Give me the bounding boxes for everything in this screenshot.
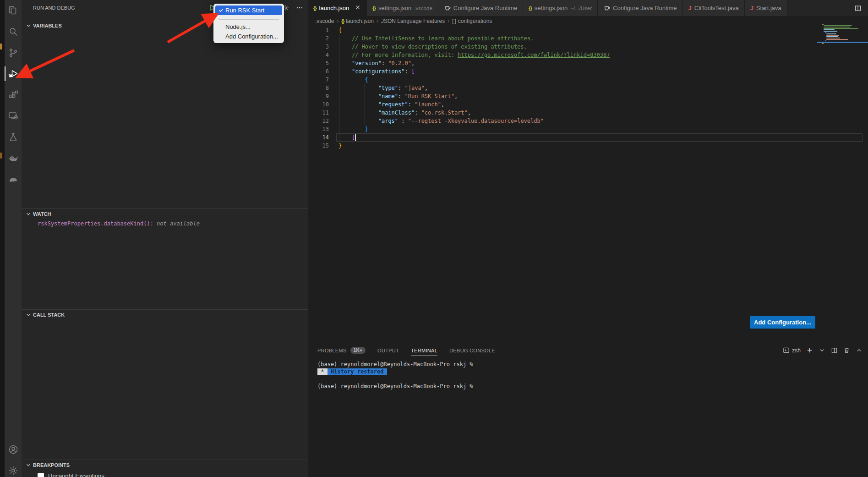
code-line-6[interactable]: 6 "configurations": [ [308,67,868,76]
testing-icon [8,132,19,143]
terminal-line: * History restored [317,368,473,375]
json-icon: {} [341,19,344,24]
panel-tab-bar: PROBLEMS1K+OUTPUTTERMINALDEBUG CONSOLE [317,342,495,358]
code-line-10[interactable]: 10 "request": "launch", [308,100,868,109]
line-number: 6 [308,67,329,76]
code-line-11[interactable]: 11 "mainClass": "co.rsk.Start", [308,109,868,117]
breakpoints-section: BREAKPOINTS Uncaught Exceptions [22,460,308,477]
split-editor-icon[interactable] [848,0,868,16]
activity-item-run-and-debug[interactable] [5,63,22,84]
menu-item[interactable]: Add Configuration... [215,32,282,41]
minimap-line [822,24,824,25]
code-line-15[interactable]: 15} [308,142,868,150]
shell-selector[interactable]: zsh [783,347,801,354]
activity-item-gradle[interactable] [5,169,22,190]
code-line-4[interactable]: 4 // For more information, visit: https:… [308,51,868,59]
editor-tab[interactable]: JStart.java [745,0,787,16]
line-number: 3 [308,43,329,51]
accounts-icon [8,444,19,455]
remote-explorer-icon [8,110,19,121]
breadcrumb-item[interactable]: .vscode [315,18,334,24]
minimap-line [824,29,835,30]
activity-item-settings[interactable] [5,460,22,477]
line-number: 9 [308,92,329,100]
section-header-breakpoints[interactable]: BREAKPOINTS [22,460,308,470]
activity-item-source-control[interactable] [5,42,22,63]
code-editor[interactable]: 1{2 // Use IntelliSense to learn about p… [308,26,868,159]
minimap-line [826,39,848,40]
activity-item-explorer[interactable] [5,0,22,21]
code-line-14[interactable]: 14 ] [308,133,868,142]
menu-item[interactable]: Node.js... [215,22,282,32]
editor-tab[interactable]: Configure Java Runtime [598,0,682,16]
minimap-line [826,36,838,37]
uncaught-exceptions-checkbox[interactable] [38,473,44,477]
chevron-down-icon [25,312,32,318]
launch-profile-chevron-icon[interactable] [819,347,825,354]
tab-bar-filler [787,0,848,16]
check-icon [218,8,224,13]
line-number: 14 [308,133,329,142]
maximize-panel-icon[interactable] [856,347,863,354]
breakpoint-row: Uncaught Exceptions [22,472,308,477]
watch-expression[interactable]: rskSystemProperties.databaseKind(): not … [22,219,308,227]
java-file-icon: J [688,5,692,11]
code-line-7[interactable]: 7 { [308,76,868,84]
panel-tab-terminal[interactable]: TERMINAL [411,342,437,358]
minimap-current-line [817,42,868,43]
breadcrumb-item[interactable]: {}launch.json [341,18,374,24]
code-line-12[interactable]: 12 "args" : "--regtest -Xkeyvalue.dataso… [308,117,868,125]
chevron-down-icon [25,462,32,468]
section-header-watch[interactable]: WATCH [22,209,308,219]
minimap-line [826,33,836,34]
watch-value: not available [157,220,200,227]
activity-item-docker[interactable] [5,148,22,169]
split-terminal-icon[interactable] [831,347,838,354]
breadcrumb-item[interactable]: JSON Language Features [381,18,445,24]
call-stack-section: CALL STACK [22,309,308,320]
watch-section: WATCH rskSystemProperties.databaseKind()… [22,208,308,227]
panel-tab-debug-console[interactable]: DEBUG CONSOLE [449,342,495,358]
code-line-8[interactable]: 8 "type": "java", [308,84,868,92]
source-control-icon [8,47,19,58]
editor-tab-bar: {}launch.json{}settings.json.vscodeConfi… [308,0,868,16]
new-terminal-icon[interactable] [806,347,813,354]
editor-tab[interactable]: JCliToolsTest.java [683,0,745,16]
minimap-line [824,31,837,32]
activity-item-testing[interactable] [5,126,22,148]
code-line-3[interactable]: 3 // Hover to view descriptions of exist… [308,43,868,51]
search-icon [8,26,19,37]
minimap-line [825,40,826,41]
code-line-2[interactable]: 2 // Use IntelliSense to learn about pos… [308,34,868,43]
activity-item-extensions[interactable] [5,84,22,105]
debug-config-dropdown: Run RSK StartNode.js...Add Configuration… [213,4,284,43]
activity-item-accounts[interactable] [5,439,22,460]
more-actions-icon[interactable] [296,4,303,11]
editor-tab[interactable]: {}launch.json [308,0,367,16]
section-header-call-stack[interactable]: CALL STACK [22,310,308,320]
editor-tab[interactable]: {}settings.json~/.../User [523,0,598,16]
menu-separator [218,19,279,20]
add-configuration-button[interactable]: Add Configuration... [750,316,815,329]
text-cursor [355,134,356,141]
editor-tab[interactable]: {}settings.json.vscode [367,0,438,16]
code-line-1[interactable]: 1{ [308,26,868,34]
editor-tab[interactable]: Configure Java Runtime [438,0,523,16]
breadcrumb-item[interactable]: [ ]configurations [452,18,492,24]
code-line-9[interactable]: 9 "name": "Run RSK Start", [308,92,868,100]
activity-item-search[interactable] [5,21,22,42]
panel-tab-problems[interactable]: PROBLEMS1K+ [317,342,366,358]
explorer-icon [8,5,19,16]
close-icon[interactable] [355,4,361,12]
docker-icon [8,153,19,164]
code-line-5[interactable]: 5 "version": "0.2.0", [308,59,868,67]
code-line-13[interactable]: 13 } [308,125,868,133]
kill-terminal-icon[interactable] [843,347,850,354]
java-file-icon: J [750,5,753,11]
menu-item[interactable]: Run RSK Start [215,5,282,15]
chevron-down-icon [25,211,32,217]
line-number: 15 [308,142,329,150]
activity-item-remote-explorer[interactable] [5,105,22,126]
terminal-output[interactable]: (base) reynoldmorel@Reynolds-MacBook-Pro… [317,361,473,390]
panel-tab-output[interactable]: OUTPUT [377,342,399,358]
